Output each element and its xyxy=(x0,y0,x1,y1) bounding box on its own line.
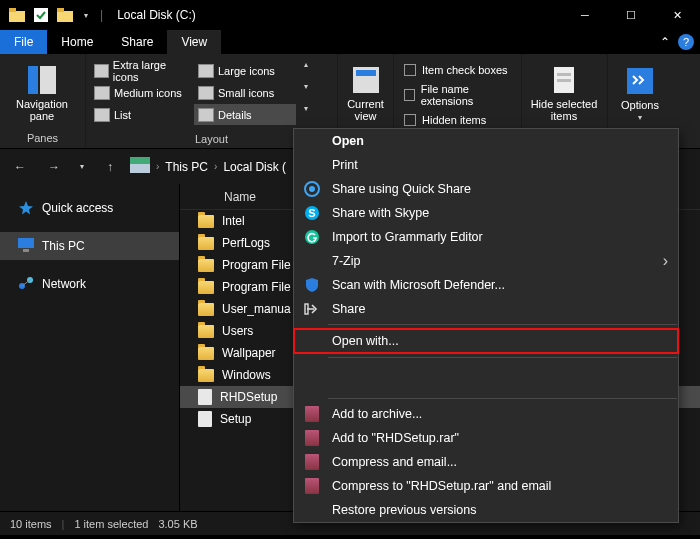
file-name: User_manua xyxy=(222,302,291,316)
sidebar-item-this-pc[interactable]: This PC xyxy=(0,232,179,260)
ctx-separator xyxy=(328,398,677,399)
ctx-add-rar[interactable]: Add to "RHDSetup.rar" xyxy=(294,426,678,450)
tab-file[interactable]: File xyxy=(0,30,47,54)
layout-more-icon[interactable]: ▾ xyxy=(298,104,314,125)
ctx-print[interactable]: Print xyxy=(294,153,678,177)
shield-icon xyxy=(303,276,321,294)
context-menu: Open Print Share using Quick Share SShar… xyxy=(293,128,679,523)
tab-share[interactable]: Share xyxy=(107,30,167,54)
ctx-grammarly[interactable]: Import to Grammarly Editor xyxy=(294,225,678,249)
svg-rect-3 xyxy=(57,11,73,22)
rar-icon xyxy=(303,453,321,471)
folder-icon xyxy=(198,237,214,250)
layout-medium-icons[interactable]: Medium icons xyxy=(90,82,192,103)
history-dropdown-icon[interactable]: ▾ xyxy=(74,162,90,171)
options-button[interactable]: Options ▾ xyxy=(614,63,666,122)
crumb-this-pc[interactable]: This PC xyxy=(165,160,208,174)
ribbon-tabs: File Home Share View ⌃ ? xyxy=(0,30,700,54)
file-name: Wallpaper xyxy=(222,346,276,360)
chevron-right-icon[interactable]: › xyxy=(214,161,217,172)
check-hidden-items[interactable]: Hidden items xyxy=(400,112,490,128)
hide-selected-button[interactable]: Hide selecteditems xyxy=(528,62,600,122)
qat-save-icon[interactable] xyxy=(30,4,52,26)
qat-folder-icon[interactable] xyxy=(54,4,76,26)
monitor-icon xyxy=(18,238,34,254)
help-icon[interactable]: ? xyxy=(678,34,694,50)
back-button[interactable]: ← xyxy=(6,155,34,179)
forward-button[interactable]: → xyxy=(40,155,68,179)
grid-icon xyxy=(94,64,109,78)
file-icon xyxy=(198,389,212,405)
checkbox-icon xyxy=(404,114,416,126)
drive-icon xyxy=(130,157,150,176)
layout-small-icons[interactable]: Small icons xyxy=(194,82,296,103)
svg-rect-12 xyxy=(627,68,653,94)
check-file-extensions[interactable]: File name extensions xyxy=(400,81,515,109)
svg-point-20 xyxy=(309,186,315,192)
grid-icon xyxy=(94,86,110,100)
file-name: RHDSetup xyxy=(220,390,277,404)
ctx-compress-rar-email[interactable]: Compress to "RHDSetup.rar" and email xyxy=(294,474,678,498)
folder-icon xyxy=(198,215,214,228)
layout-details[interactable]: Details xyxy=(194,104,296,125)
hide-icon xyxy=(548,64,580,96)
folder-icon xyxy=(198,281,214,294)
file-name: Intel xyxy=(222,214,245,228)
check-item-boxes[interactable]: Item check boxes xyxy=(400,62,512,78)
svg-rect-13 xyxy=(130,163,150,173)
ctx-skype[interactable]: SShare with Skype xyxy=(294,201,678,225)
crumb-local-disk[interactable]: Local Disk ( xyxy=(223,160,286,174)
options-icon xyxy=(624,65,656,97)
current-view-button[interactable]: Currentview xyxy=(344,62,387,122)
navigation-pane-button[interactable]: Navigationpane xyxy=(6,62,78,122)
tab-view[interactable]: View xyxy=(167,30,221,54)
chevron-right-icon[interactable]: › xyxy=(156,161,159,172)
ctx-quick-share[interactable]: Share using Quick Share xyxy=(294,177,678,201)
ctx-restore[interactable]: Restore previous versions xyxy=(294,498,678,522)
maximize-button[interactable]: ☐ xyxy=(608,0,654,30)
sidebar-item-quick-access[interactable]: Quick access xyxy=(0,194,179,222)
file-name: Program File xyxy=(222,258,291,272)
layout-large-icons[interactable]: Large icons xyxy=(194,60,296,81)
layout-scroll-up-icon[interactable]: ▴ xyxy=(298,60,314,81)
title-bar: ▾ | Local Disk (C:) ─ ☐ ✕ xyxy=(0,0,700,30)
layout-extra-large-icons[interactable]: Extra large icons xyxy=(90,60,192,81)
svg-text:S: S xyxy=(308,207,315,219)
svg-rect-2 xyxy=(34,8,48,22)
file-name: Users xyxy=(222,324,253,338)
star-icon xyxy=(18,200,34,216)
svg-rect-15 xyxy=(18,238,34,248)
file-name: Program File xyxy=(222,280,291,294)
folder-icon xyxy=(198,303,214,316)
up-button[interactable]: ↑ xyxy=(96,155,124,179)
tab-home[interactable]: Home xyxy=(47,30,107,54)
ctx-share[interactable]: Share xyxy=(294,297,678,321)
sidebar-item-network[interactable]: Network xyxy=(0,270,179,298)
folder-icon xyxy=(6,4,28,26)
ctx-compress-email[interactable]: Compress and email... xyxy=(294,450,678,474)
close-button[interactable]: ✕ xyxy=(654,0,700,30)
ctx-add-archive[interactable]: Add to archive... xyxy=(294,402,678,426)
grid-icon xyxy=(198,64,214,78)
quick-share-icon xyxy=(303,180,321,198)
svg-rect-0 xyxy=(9,11,25,22)
folder-icon xyxy=(198,259,214,272)
ctx-open-with[interactable]: Open with... xyxy=(293,328,679,354)
minimize-button[interactable]: ─ xyxy=(562,0,608,30)
ctx-open[interactable]: Open xyxy=(294,129,678,153)
qat-dropdown-icon[interactable]: ▾ xyxy=(78,11,94,20)
folder-icon xyxy=(198,369,214,382)
current-view-icon xyxy=(350,64,382,96)
file-icon xyxy=(198,411,212,427)
ctx-7zip[interactable]: 7-Zip xyxy=(294,249,678,273)
list-icon xyxy=(94,108,110,122)
collapse-ribbon-icon[interactable]: ⌃ xyxy=(660,35,670,49)
ctx-defender[interactable]: Scan with Microsoft Defender... xyxy=(294,273,678,297)
layout-scroll-down-icon[interactable]: ▾ xyxy=(298,82,314,103)
svg-rect-5 xyxy=(28,66,38,94)
svg-rect-10 xyxy=(557,73,571,76)
skype-icon: S xyxy=(303,204,321,222)
rar-icon xyxy=(303,477,321,495)
layout-list[interactable]: List xyxy=(90,104,192,125)
navigation-sidebar: Quick access This PC Network xyxy=(0,184,180,511)
